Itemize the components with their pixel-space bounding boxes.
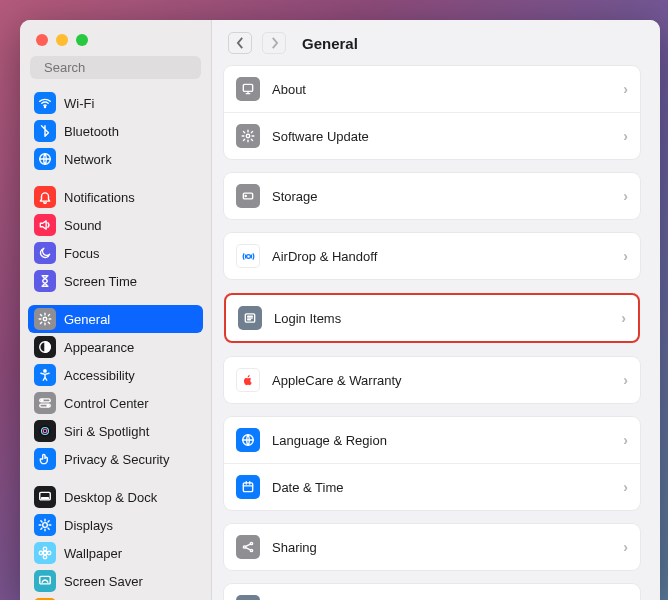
sidebar-item-network[interactable]: Network [28,145,203,173]
sidebar-item-screen-saver[interactable]: Screen Saver [28,567,203,595]
sidebar-item-general[interactable]: General [28,305,203,333]
svg-rect-26 [243,84,252,91]
sidebar-item-label: Privacy & Security [64,452,169,467]
dock-icon [34,486,56,508]
bluetooth-icon [34,120,56,142]
sidebar-item-label: Screen Saver [64,574,143,589]
sidebar-item-sound[interactable]: Sound [28,211,203,239]
close-window-button[interactable] [36,34,48,46]
search-input[interactable] [44,60,212,75]
settings-row-label: Date & Time [272,480,611,495]
sidebar-item-label: Appearance [64,340,134,355]
settings-row-label: About [272,82,611,97]
svg-rect-15 [42,498,49,499]
search-field[interactable] [30,56,201,79]
hourglass-icon [34,270,56,292]
sidebar-item-label: Accessibility [64,368,135,383]
settings-row-label: Login Items [274,311,609,326]
settings-row-applecare-warranty[interactable]: AppleCare & Warranty› [224,357,640,403]
screensaver-icon [34,570,56,592]
sidebar-item-siri-spotlight[interactable]: Siri & Spotlight [28,417,203,445]
globe-icon [236,428,260,452]
sidebar-item-label: Wi-Fi [64,96,94,111]
chevron-right-icon: › [623,248,628,264]
settings-row-label: Software Update [272,129,611,144]
forward-button[interactable] [262,32,286,54]
hand-icon [34,448,56,470]
sidebar-item-label: Control Center [64,396,149,411]
sidebar-item-screen-time[interactable]: Screen Time [28,267,203,295]
window-controls [20,20,211,56]
chevron-right-icon: › [623,539,628,555]
svg-point-18 [43,547,47,551]
sidebar-item-control-center[interactable]: Control Center [28,389,203,417]
svg-point-2 [44,107,45,108]
zoom-window-button[interactable] [76,34,88,46]
sidebar-item-privacy-security[interactable]: Privacy & Security [28,445,203,473]
sidebar-item-focus[interactable]: Focus [28,239,203,267]
chevron-right-icon: › [623,372,628,388]
gear-icon [34,308,56,330]
settings-row-sharing[interactable]: Sharing› [224,524,640,570]
airdrop-icon [236,244,260,268]
chevron-right-icon: › [623,128,628,144]
main-pane: General About›Software Update›Storage›Ai… [212,20,660,600]
svg-point-30 [246,254,250,258]
settings-row-storage[interactable]: Storage› [224,173,640,219]
settings-row-time-machine[interactable]: Time Machine› [224,584,640,600]
settings-row-date-time[interactable]: Date & Time› [224,463,640,510]
sidebar-item-label: Wallpaper [64,546,122,561]
calendar-icon [236,475,260,499]
sidebar-item-bluetooth[interactable]: Bluetooth [28,117,203,145]
share-icon [236,535,260,559]
svg-point-10 [47,405,49,407]
svg-point-27 [246,134,250,138]
settings-row-label: Storage [272,189,611,204]
settings-row-label: AppleCare & Warranty [272,373,611,388]
speaker-icon [34,214,56,236]
sidebar-item-desktop-dock[interactable]: Desktop & Dock [28,483,203,511]
svg-point-19 [43,555,47,559]
minimize-window-button[interactable] [56,34,68,46]
settings-row-language-region[interactable]: Language & Region› [224,417,640,463]
settings-row-about[interactable]: About› [224,66,640,112]
sidebar-item-wallpaper[interactable]: Wallpaper [28,539,203,567]
chevron-right-icon: › [621,310,626,326]
sidebar-item-label: Focus [64,246,99,261]
accessibility-icon [34,364,56,386]
search-container [20,56,211,87]
back-button[interactable] [228,32,252,54]
svg-point-21 [47,551,51,555]
sidebar-item-notifications[interactable]: Notifications [28,183,203,211]
toolbar: General [212,20,660,62]
sidebar-item-accessibility[interactable]: Accessibility [28,361,203,389]
sidebar-item-label: Displays [64,518,113,533]
sidebar-item-energy-saver[interactable]: Energy Saver [28,595,203,600]
sidebar-item-label: Desktop & Dock [64,490,157,505]
mac-icon [236,77,260,101]
chevron-right-icon: › [623,432,628,448]
sidebar-item-wi-fi[interactable]: Wi-Fi [28,89,203,117]
timemachine-icon [236,595,260,600]
svg-point-6 [44,370,46,372]
sidebar-item-displays[interactable]: Displays [28,511,203,539]
svg-rect-33 [243,483,252,492]
list-icon [238,306,262,330]
sidebar-item-label: General [64,312,110,327]
page-title: General [302,35,358,52]
settings-row-login-items[interactable]: Login Items› [226,295,638,341]
settings-window: Wi-FiBluetoothNetworkNotificationsSoundF… [20,20,660,600]
chevron-left-icon [236,37,245,49]
siri-icon [34,420,56,442]
settings-row-label: Language & Region [272,433,611,448]
settings-row-software-update[interactable]: Software Update› [224,112,640,159]
settings-row-label: Sharing [272,540,611,555]
sidebar-item-label: Screen Time [64,274,137,289]
sidebar-item-appearance[interactable]: Appearance [28,333,203,361]
sidebar-item-label: Siri & Spotlight [64,424,149,439]
disk-icon [236,184,260,208]
flower-icon [34,542,56,564]
settings-row-airdrop-handoff[interactable]: AirDrop & Handoff› [224,233,640,279]
sidebar-item-label: Notifications [64,190,135,205]
sun-icon [34,514,56,536]
